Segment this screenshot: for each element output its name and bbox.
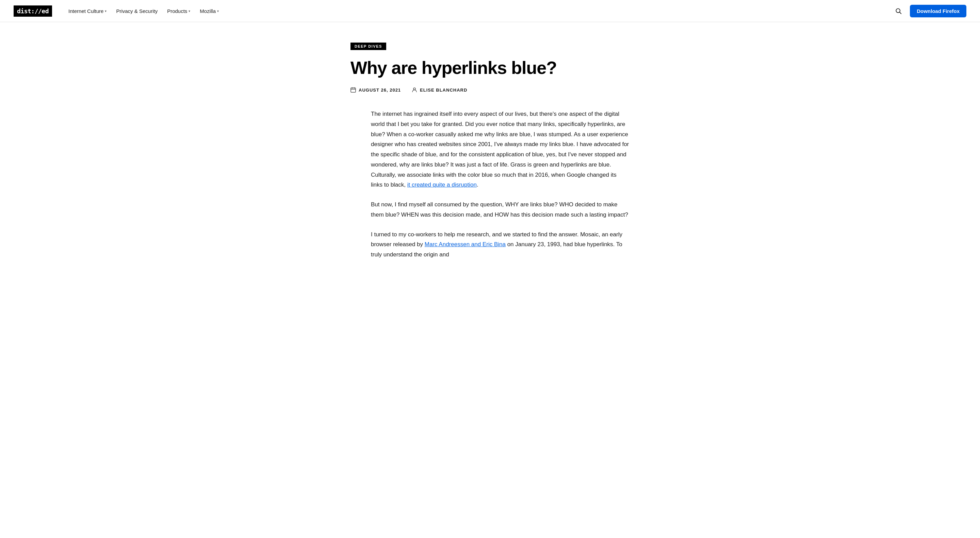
svg-rect-2 bbox=[351, 88, 356, 92]
main-nav: Internet Culture ▾ Privacy & Security Pr… bbox=[64, 5, 892, 17]
article-date: AUGUST 26, 2021 bbox=[359, 88, 401, 93]
chevron-down-icon-products: ▾ bbox=[189, 9, 190, 13]
chevron-down-icon-mozilla: ▾ bbox=[217, 9, 219, 13]
site-header: dist://ed Internet Culture ▾ Privacy & S… bbox=[0, 0, 980, 22]
marc-andreessen-link[interactable]: Marc Andreessen and Eric Bina bbox=[425, 241, 506, 247]
search-icon bbox=[895, 8, 902, 14]
download-firefox-button[interactable]: Download Firefox bbox=[910, 5, 966, 18]
period-1: . bbox=[477, 182, 479, 188]
article-paragraph-1: The internet has ingrained itself into e… bbox=[371, 109, 630, 190]
calendar-icon bbox=[350, 87, 356, 93]
disruption-link[interactable]: it created quite a disruption bbox=[407, 182, 477, 188]
nav-item-internet-culture[interactable]: Internet Culture ▾ bbox=[64, 5, 111, 17]
nav-label-privacy-security: Privacy & Security bbox=[116, 8, 158, 14]
paragraph-1-text: The internet has ingrained itself into e… bbox=[371, 111, 629, 188]
article-author: ELISE BLANCHARD bbox=[420, 88, 467, 93]
article-date-meta: AUGUST 26, 2021 bbox=[350, 87, 401, 93]
svg-point-6 bbox=[414, 88, 415, 90]
article-body: The internet has ingrained itself into e… bbox=[350, 109, 630, 260]
nav-label-mozilla: Mozilla bbox=[200, 8, 216, 14]
nav-item-products[interactable]: Products ▾ bbox=[163, 5, 194, 17]
nav-label-products: Products bbox=[167, 8, 187, 14]
main-content: DEEP DIVES Why are hyperlinks blue? AUGU… bbox=[337, 22, 643, 297]
article-meta: AUGUST 26, 2021 ELISE BLANCHARD bbox=[350, 87, 630, 93]
chevron-down-icon: ▾ bbox=[105, 9, 107, 13]
svg-line-1 bbox=[900, 12, 901, 14]
paragraph-2-text: But now, I find myself all consumed by t… bbox=[371, 201, 628, 218]
logo-text: dist://ed bbox=[14, 5, 52, 17]
header-actions: Download Firefox bbox=[892, 5, 966, 18]
search-button[interactable] bbox=[892, 5, 904, 17]
nav-label-internet-culture: Internet Culture bbox=[68, 8, 103, 14]
article-paragraph-3: I turned to my co-workers to help me res… bbox=[371, 230, 630, 260]
article-paragraph-2: But now, I find myself all consumed by t… bbox=[371, 200, 630, 220]
logo[interactable]: dist://ed bbox=[14, 5, 52, 17]
nav-item-privacy-security[interactable]: Privacy & Security bbox=[112, 5, 162, 17]
article-title: Why are hyperlinks blue? bbox=[350, 58, 630, 78]
person-icon bbox=[412, 87, 417, 93]
category-badge[interactable]: DEEP DIVES bbox=[350, 43, 386, 50]
nav-item-mozilla[interactable]: Mozilla ▾ bbox=[196, 5, 223, 17]
article-author-meta: ELISE BLANCHARD bbox=[412, 87, 467, 93]
